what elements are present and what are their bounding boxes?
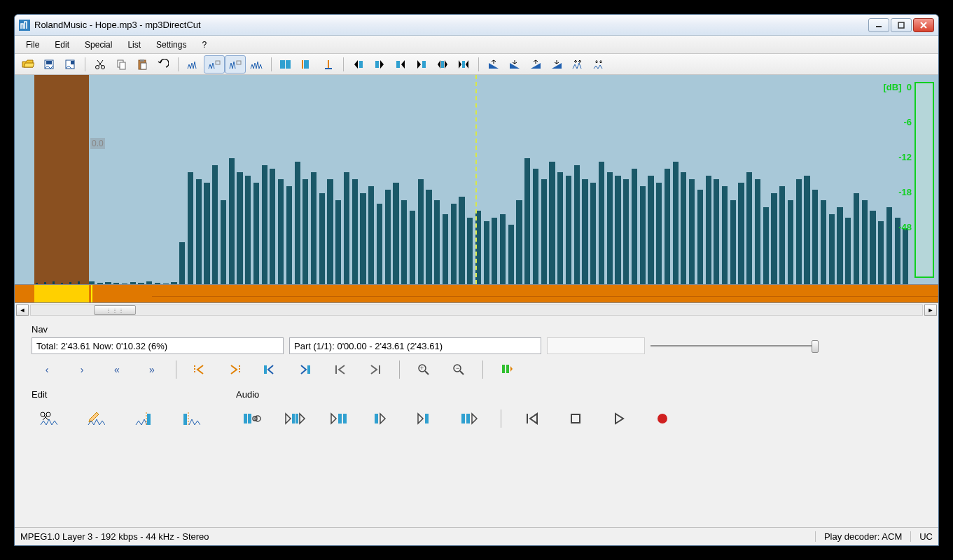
svg-text:−: − <box>456 365 459 372</box>
nav-prev-button[interactable]: ‹ <box>32 360 62 379</box>
open-button[interactable] <box>18 55 39 74</box>
paste-button[interactable] <box>132 55 153 74</box>
edit-trim-left-button[interactable] <box>127 407 160 430</box>
menu-file[interactable]: File <box>19 38 46 52</box>
app-icon <box>19 20 30 31</box>
titlebar[interactable]: RolandMusic - Hope.mp3 - mp3DirectCut <box>15 15 938 36</box>
cut-button[interactable] <box>90 55 111 74</box>
nav-next-button[interactable]: › <box>67 360 97 379</box>
fade-b-button[interactable] <box>504 55 525 74</box>
scroll-left-button[interactable]: ◄ <box>16 304 29 316</box>
marker-c-button[interactable] <box>318 55 339 74</box>
edit-draw-button[interactable] <box>79 407 113 430</box>
sel-end2-button[interactable] <box>411 55 432 74</box>
position-slider[interactable] <box>651 337 819 354</box>
stop-button[interactable] <box>559 407 592 430</box>
horizontal-scrollbar[interactable]: ◄ ⋮⋮⋮ ► <box>15 303 938 317</box>
menu-special[interactable]: Special <box>78 38 119 52</box>
sel-both2-button[interactable] <box>453 55 474 74</box>
zoom-out-button[interactable]: − <box>443 360 474 379</box>
zoom3-button[interactable] <box>225 55 246 74</box>
play-to-button[interactable] <box>366 407 400 430</box>
svg-rect-13 <box>141 63 146 69</box>
zoom1-button[interactable] <box>183 55 204 74</box>
toolbar-separator <box>478 57 479 71</box>
scroll-right-button[interactable]: ► <box>924 304 937 316</box>
nav-total-field[interactable]: Total: 2'43.61 Now: 0'10.32 (6%) <box>32 337 284 354</box>
chevron-right-icon: › <box>81 364 84 375</box>
timeline-cursor[interactable] <box>91 285 92 302</box>
gain-down-button[interactable] <box>588 55 609 74</box>
overview-timeline[interactable] <box>15 285 938 303</box>
nav-forward-button[interactable]: » <box>137 360 167 379</box>
play-before-button[interactable] <box>410 407 443 430</box>
zoom-in-button[interactable]: + <box>408 360 439 379</box>
playhead[interactable] <box>475 75 477 284</box>
record-button[interactable] <box>646 407 679 430</box>
play-from-button[interactable] <box>323 407 356 430</box>
svg-rect-15 <box>237 61 241 64</box>
nav-cue-next-button[interactable] <box>220 360 251 379</box>
fade-a-button[interactable] <box>483 55 504 74</box>
zoom2-button[interactable] <box>204 55 225 74</box>
svg-rect-51 <box>292 414 295 424</box>
play-sel-button[interactable] <box>279 407 313 430</box>
menu-edit[interactable]: Edit <box>48 38 76 52</box>
marker-b-button[interactable] <box>297 55 318 74</box>
sel-begin-button[interactable] <box>348 55 369 74</box>
sel-begin2-button[interactable] <box>390 55 411 74</box>
nav-sel-prev-button[interactable] <box>255 360 286 379</box>
statusbar: MPEG1.0 Layer 3 - 192 kbps - 44 kHz - St… <box>15 527 938 545</box>
nav-rewind-button[interactable]: « <box>102 360 132 379</box>
save-selection-button[interactable] <box>60 55 81 74</box>
scroll-track[interactable]: ⋮⋮⋮ <box>30 304 923 316</box>
sel-end-button[interactable] <box>369 55 390 74</box>
rewind-button[interactable] <box>515 407 549 430</box>
nav-home-button[interactable] <box>325 360 356 379</box>
timeline-selection[interactable] <box>34 285 89 302</box>
minimize-button[interactable] <box>868 18 889 32</box>
marker-a-button[interactable] <box>276 55 297 74</box>
nav-pause-mark-button[interactable] <box>492 360 522 379</box>
zoom4-button[interactable] <box>246 55 267 74</box>
play-after-button[interactable] <box>453 407 487 430</box>
fade-d-button[interactable] <box>546 55 567 74</box>
slider-track <box>651 345 819 347</box>
copy-button[interactable] <box>111 55 132 74</box>
maximize-button[interactable] <box>891 18 912 32</box>
close-button[interactable] <box>913 18 934 32</box>
svg-rect-22 <box>359 61 363 68</box>
svg-rect-26 <box>441 61 444 68</box>
folder-open-icon <box>22 59 34 70</box>
gain-up-button[interactable] <box>567 55 588 74</box>
play-button[interactable] <box>602 407 636 430</box>
menu-help[interactable]: ? <box>195 38 214 52</box>
save-button[interactable] <box>39 55 60 74</box>
loop-icon <box>242 412 263 426</box>
nav-cue-prev-button[interactable] <box>185 360 216 379</box>
trim-right-icon <box>182 411 200 426</box>
edit-trim-right-button[interactable] <box>174 407 208 430</box>
loop-button[interactable] <box>236 407 270 430</box>
svg-rect-54 <box>343 414 347 424</box>
double-chevron-left-icon: « <box>114 364 120 375</box>
sel-end2-icon <box>415 59 428 70</box>
menu-settings[interactable]: Settings <box>149 38 193 52</box>
nav-sel-next-button[interactable] <box>290 360 321 379</box>
nav-end-button[interactable] <box>360 360 391 379</box>
nav-part-field[interactable]: Part (1/1): 0'00.00 - 2'43.61 (2'43.61) <box>289 337 541 354</box>
undo-button[interactable] <box>153 55 174 74</box>
sel-both-button[interactable] <box>432 55 453 74</box>
svg-rect-49 <box>248 414 251 424</box>
status-uc: UC <box>911 531 933 542</box>
menu-list[interactable]: List <box>120 38 148 52</box>
waveform-display[interactable]: 0.0 [dB] 0 -6 -12 -18 -48 <box>15 75 938 285</box>
save-icon <box>43 59 55 70</box>
edit-cut-button[interactable] <box>32 407 65 430</box>
toolbar-separator <box>85 57 85 71</box>
fade-c-button[interactable] <box>525 55 546 74</box>
scroll-thumb[interactable]: ⋮⋮⋮ <box>94 305 136 315</box>
svg-rect-2 <box>898 22 904 28</box>
slider-thumb[interactable] <box>812 340 819 353</box>
fade-icon <box>508 59 521 70</box>
